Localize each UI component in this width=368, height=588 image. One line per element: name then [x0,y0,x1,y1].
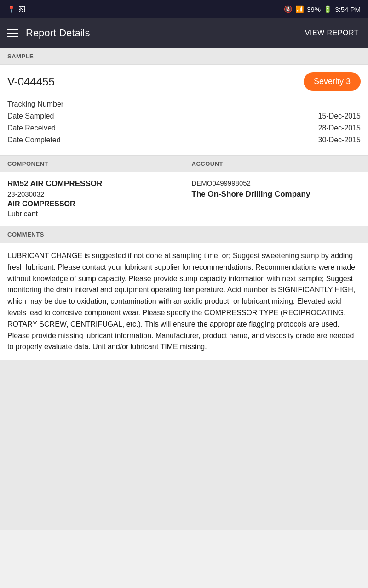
sample-header-row: V-044455 Severity 3 [7,72,361,91]
comments-section: LUBRICANT CHANGE is suggested if not don… [0,243,368,360]
severity-badge: Severity 3 [304,72,361,91]
sample-section: V-044455 Severity 3 Tracking Number Date… [0,65,368,155]
date-sampled-label: Date Sampled [7,112,54,120]
component-header: COMPONENT [0,156,184,172]
date-received-value: 28-Dec-2015 [318,124,361,132]
app-bar: Report Details VIEW REPORT [0,18,368,48]
clock: 3:54 PM [335,6,361,13]
comments-section-header: COMMENTS [0,226,368,243]
date-completed-row: Date Completed 30-Dec-2015 [7,134,361,146]
component-data: RM52 AIR COMPRESSOR 23-2030032 AIR COMPR… [0,172,184,226]
status-left-icons: 📍 🖼 [7,6,25,13]
location-icon: 📍 [7,6,15,13]
status-right-icons: 🔇 📶 39% 🔋 3:54 PM [284,5,361,13]
battery-icon: 🔋 [323,5,332,13]
date-sampled-value: 15-Dec-2015 [318,112,361,120]
component-name: RM52 AIR COMPRESSOR [7,179,177,188]
hamburger-menu-button[interactable] [7,29,18,37]
tracking-number-label: Tracking Number [7,100,63,108]
date-completed-value: 30-Dec-2015 [318,136,361,144]
view-report-button[interactable]: VIEW REPORT [303,25,361,41]
wifi-icon: 📶 [295,5,304,13]
account-data: DEMO0499998052 The On-Shore Drilling Com… [184,172,368,226]
page-title: Report Details [26,27,90,39]
status-bar: 📍 🖼 🔇 📶 39% 🔋 3:54 PM [0,0,368,18]
component-number: 23-2030032 [7,190,177,198]
date-received-row: Date Received 28-Dec-2015 [7,122,361,134]
date-completed-label: Date Completed [7,136,61,144]
sample-id: V-044455 [7,75,55,88]
app-bar-left: Report Details [7,27,90,39]
date-sampled-row: Date Sampled 15-Dec-2015 [7,110,361,122]
mute-icon: 🔇 [284,5,293,13]
battery-percent: 39% [307,6,321,13]
component-type: AIR COMPRESSOR [7,200,177,208]
image-icon: 🖼 [19,6,25,13]
account-header: ACCOUNT [184,156,368,172]
component-account-data: RM52 AIR COMPRESSOR 23-2030032 AIR COMPR… [0,172,368,226]
component-fluid: Lubricant [7,210,177,218]
component-account-headers: COMPONENT ACCOUNT [0,155,368,172]
sample-section-header: SAMPLE [0,48,368,65]
date-received-label: Date Received [7,124,56,132]
account-id: DEMO0499998052 [192,179,361,187]
account-name: The On-Shore Drilling Company [192,190,361,199]
tracking-number-row: Tracking Number [7,98,361,110]
comments-text: LUBRICANT CHANGE is suggested if not don… [7,250,361,353]
bottom-area [0,360,368,530]
